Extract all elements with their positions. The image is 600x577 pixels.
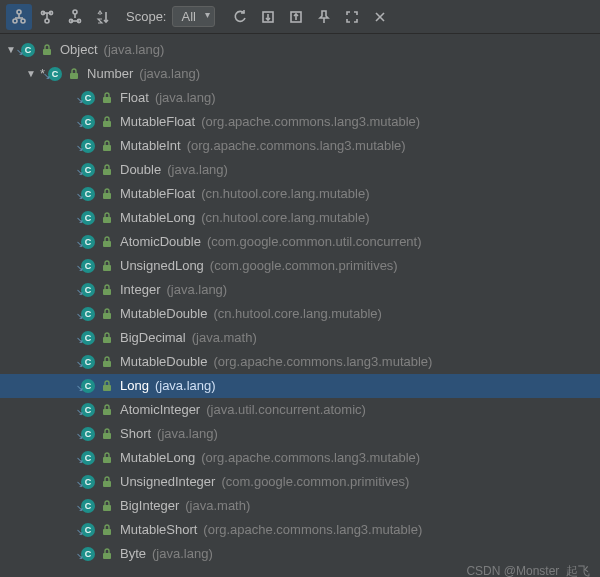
hierarchy-toolbar: Scope: All (0, 0, 600, 34)
refresh-button[interactable] (227, 4, 253, 30)
tree-row[interactable]: ▼↘CMutableLong(org.apache.commons.lang3.… (0, 446, 600, 470)
package-name: (java.util.concurrent.atomic) (206, 398, 366, 422)
svg-rect-42 (103, 505, 111, 511)
autoscroll-from-source-button[interactable] (283, 4, 309, 30)
class-name: MutableInt (120, 134, 181, 158)
package-name: (java.lang) (157, 422, 218, 446)
tree-row[interactable]: ▼↘CUnsignedLong(com.google.common.primit… (0, 254, 600, 278)
scope-dropdown[interactable]: All (172, 6, 214, 27)
class-name: MutableDouble (120, 302, 207, 326)
class-icon: ↘C (80, 330, 96, 346)
tree-row[interactable]: ▼↘CBigDecimal(java.math) (0, 326, 600, 350)
lock-icon (100, 139, 114, 153)
expand-arrow-icon[interactable]: ▼ (24, 67, 38, 81)
svg-rect-36 (103, 361, 111, 367)
tree-row[interactable]: ▼↘CAtomicDouble(com.google.common.util.c… (0, 230, 600, 254)
class-icon: ↘C (80, 378, 96, 394)
class-name: MutableDouble (120, 350, 207, 374)
class-icon: ↘C (80, 522, 96, 538)
package-name: (java.lang) (167, 158, 228, 182)
tree-row[interactable]: ▼↘CMutableShort(org.apache.commons.lang3… (0, 518, 600, 542)
class-icon: ↘C (47, 66, 63, 82)
autoscroll-to-source-button[interactable] (255, 4, 281, 30)
svg-rect-35 (103, 337, 111, 343)
class-icon: ↘C (80, 426, 96, 442)
tree-row[interactable]: ▼↘CMutableDouble(cn.hutool.core.lang.mut… (0, 302, 600, 326)
package-name: (java.lang) (139, 62, 200, 86)
svg-rect-28 (103, 169, 111, 175)
lock-icon (100, 235, 114, 249)
class-icon: ↘C (80, 354, 96, 370)
package-name: (org.apache.commons.lang3.mutable) (201, 110, 420, 134)
tree-row[interactable]: ▼↘CMutableInt(org.apache.commons.lang3.m… (0, 134, 600, 158)
tree-row-number[interactable]: ▼ * ↘C Number (java.lang) (0, 62, 600, 86)
scope-value: All (181, 9, 195, 24)
svg-rect-38 (103, 409, 111, 415)
svg-rect-26 (103, 121, 111, 127)
class-icon: ↘C (80, 138, 96, 154)
package-name: (cn.hutool.core.lang.mutable) (201, 206, 369, 230)
tree-row[interactable]: ▼↘CAtomicInteger(java.util.concurrent.at… (0, 398, 600, 422)
tree-row[interactable]: ▼↘CMutableFloat(cn.hutool.core.lang.muta… (0, 182, 600, 206)
class-name: Long (120, 374, 149, 398)
tree-row[interactable]: ▼↘CShort(java.lang) (0, 422, 600, 446)
class-name: MutableFloat (120, 182, 195, 206)
tree-row[interactable]: ▼↘CMutableLong(cn.hutool.core.lang.mutab… (0, 206, 600, 230)
lock-icon (67, 67, 81, 81)
class-name: Number (87, 62, 133, 86)
subtypes-hierarchy-button[interactable] (62, 4, 88, 30)
class-name: MutableShort (120, 518, 197, 542)
class-name: Object (60, 38, 98, 62)
class-name: AtomicInteger (120, 398, 200, 422)
svg-rect-31 (103, 241, 111, 247)
tree-row[interactable]: ▼↘CByte(java.lang) (0, 542, 600, 566)
package-name: (cn.hutool.core.lang.mutable) (201, 182, 369, 206)
lock-icon (100, 211, 114, 225)
svg-point-0 (17, 10, 21, 14)
tree-row[interactable]: ▼↘CBigInteger(java.math) (0, 494, 600, 518)
class-icon: ↘C (80, 90, 96, 106)
sort-alphabetically-button[interactable] (90, 4, 116, 30)
package-name: (org.apache.commons.lang3.mutable) (203, 518, 422, 542)
tree-row[interactable]: ▼↘CUnsignedInteger(com.google.common.pri… (0, 470, 600, 494)
tree-row[interactable]: ▼↘CFloat(java.lang) (0, 86, 600, 110)
svg-point-9 (45, 19, 49, 23)
supertypes-hierarchy-button[interactable] (34, 4, 60, 30)
class-icon: ↘C (80, 210, 96, 226)
hierarchy-tree[interactable]: ▼ ↘C Object (java.lang) ▼ * ↘C Number (j… (0, 34, 600, 577)
tree-row[interactable]: ▼↘CLong(java.lang) (0, 374, 600, 398)
tree-row[interactable]: ▼↘CDouble(java.lang) (0, 158, 600, 182)
lock-icon (40, 43, 54, 57)
svg-rect-41 (103, 481, 111, 487)
package-name: (java.lang) (155, 374, 216, 398)
tree-row[interactable]: ▼↘CMutableDouble(org.apache.commons.lang… (0, 350, 600, 374)
scope-label: Scope: (126, 9, 166, 24)
package-name: (java.lang) (152, 542, 213, 566)
class-icon: ↘C (80, 234, 96, 250)
expand-button[interactable] (339, 4, 365, 30)
package-name: (com.google.common.primitives) (210, 254, 398, 278)
package-name: (java.lang) (166, 278, 227, 302)
tree-row[interactable]: ▼↘CInteger(java.lang) (0, 278, 600, 302)
class-name: UnsignedLong (120, 254, 204, 278)
class-name: AtomicDouble (120, 230, 201, 254)
close-button[interactable] (367, 4, 393, 30)
class-hierarchy-button[interactable] (6, 4, 32, 30)
lock-icon (100, 307, 114, 321)
svg-point-10 (73, 10, 77, 14)
package-name: (org.apache.commons.lang3.mutable) (187, 134, 406, 158)
package-name: (java.math) (192, 326, 257, 350)
class-name: BigDecimal (120, 326, 186, 350)
svg-rect-43 (103, 529, 111, 535)
class-icon: ↘C (80, 258, 96, 274)
class-name: MutableLong (120, 206, 195, 230)
package-name: (java.math) (185, 494, 250, 518)
class-name: Short (120, 422, 151, 446)
tree-row-object[interactable]: ▼ ↘C Object (java.lang) (0, 38, 600, 62)
svg-rect-37 (103, 385, 111, 391)
pin-button[interactable] (311, 4, 337, 30)
tree-row[interactable]: ▼↘CMutableFloat(org.apache.commons.lang3… (0, 110, 600, 134)
package-name: (java.lang) (155, 86, 216, 110)
svg-point-3 (13, 19, 17, 23)
package-name: (com.google.common.primitives) (221, 470, 409, 494)
